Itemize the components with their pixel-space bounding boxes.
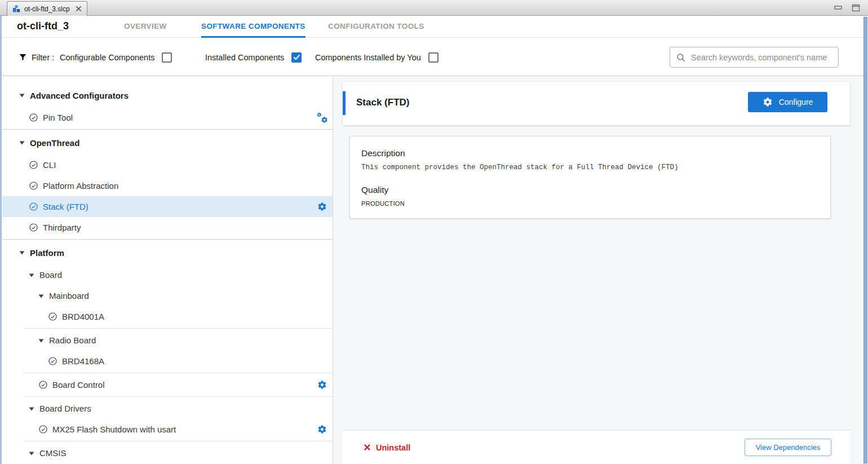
installed-check-icon xyxy=(38,380,48,390)
collapse-arrow-icon xyxy=(19,92,25,98)
tree-divider xyxy=(2,129,333,130)
tree-item-label: Advanced Configurators xyxy=(30,91,129,100)
configure-gear-icon[interactable] xyxy=(317,202,327,211)
installed-check-icon xyxy=(38,425,48,434)
tree-section-advanced-configurators[interactable]: Advanced Configurators xyxy=(2,83,333,107)
component-detail-panel: Stack (FTD) Configure Description This c… xyxy=(343,77,850,464)
component-title: Stack (FTD) xyxy=(356,97,409,108)
tab-overview[interactable]: OVERVIEW xyxy=(124,16,167,38)
tree-item-label: Board Control xyxy=(52,380,105,390)
checkbox-installed-components[interactable] xyxy=(291,52,302,63)
red-x-icon xyxy=(364,444,371,451)
tree-item-pin-tool[interactable]: Pin Tool xyxy=(2,107,333,128)
description-heading: Description xyxy=(361,148,819,158)
editor-tab[interactable]: ot-cli-ftd_3.slcp xyxy=(7,1,87,16)
configure-gear-icon[interactable] xyxy=(317,425,327,434)
vertical-scrollbar[interactable] xyxy=(863,17,867,463)
tab-close-icon[interactable] xyxy=(76,6,82,12)
tree-item-mainboard[interactable]: Mainboard xyxy=(2,285,333,306)
view-dependencies-button[interactable]: View Dependencies xyxy=(745,439,831,456)
search-box[interactable] xyxy=(670,47,839,68)
gear-icon xyxy=(763,97,773,107)
tree-item-platform-abstraction[interactable]: Platform Abstraction xyxy=(2,175,333,196)
pin-tool-gears-icon[interactable] xyxy=(317,112,328,123)
checkbox-installed-by-you[interactable] xyxy=(428,52,439,63)
tree-item-label: BRD4001A xyxy=(62,312,104,321)
tree-item-label: Pin Tool xyxy=(43,113,73,122)
collapse-arrow-icon xyxy=(29,272,34,278)
filter-label: Filter : xyxy=(32,53,54,62)
search-icon xyxy=(676,52,686,63)
tree-item-thirdparty[interactable]: Thirdparty xyxy=(2,217,333,238)
tree-section-openthread[interactable]: OpenThread xyxy=(2,131,333,154)
installed-check-icon xyxy=(29,223,38,232)
installed-check-icon xyxy=(29,113,38,122)
editor-tab-strip: ot-cli-ftd_3.slcp xyxy=(0,0,868,16)
filter-installed-components[interactable]: Installed Components xyxy=(205,38,302,76)
editor-tab-label: ot-cli-ftd_3.slcp xyxy=(24,5,70,13)
tree-item-mx25-flash-shutdown-with-usart[interactable]: MX25 Flash Shutdown with usart xyxy=(2,419,333,440)
tree-item-label: Stack (FTD) xyxy=(43,202,88,211)
tab-configuration-tools[interactable]: CONFIGURATION TOOLS xyxy=(328,16,424,38)
tree-item-label: Board xyxy=(39,270,62,280)
tree-item-label: MX25 Flash Shutdown with usart xyxy=(52,425,176,434)
tree-item-brd4168a[interactable]: BRD4168A xyxy=(2,351,333,372)
tree-item-label: CMSIS xyxy=(39,448,67,458)
view-tabs: OVERVIEWSOFTWARE COMPONENTSCONFIGURATION… xyxy=(2,16,865,37)
tab-software-components[interactable]: SOFTWARE COMPONENTS xyxy=(201,16,305,38)
project-header: ot-cli-ftd_3 OVERVIEWSOFTWARE COMPONENTS… xyxy=(2,16,865,38)
software-components-view: Advanced ConfiguratorsPin ToolOpenThread… xyxy=(2,77,865,464)
checkbox-configurable-components[interactable] xyxy=(162,52,172,63)
tree-item-label: Platform Abstraction xyxy=(43,181,118,191)
tree-item-label: Thirdparty xyxy=(43,223,81,232)
tree-item-cmsis[interactable]: CMSIS xyxy=(2,443,333,463)
filter-configurable-components[interactable]: Configurable Components xyxy=(60,38,172,76)
installed-check-icon xyxy=(29,160,38,170)
tree-divider xyxy=(24,328,333,329)
minimize-button[interactable] xyxy=(834,4,843,12)
configure-button[interactable]: Configure xyxy=(748,92,827,112)
filter-icon xyxy=(18,53,28,62)
maximize-button[interactable] xyxy=(852,4,860,12)
configure-gear-icon[interactable] xyxy=(317,380,327,390)
tree-item-board-drivers[interactable]: Board Drivers xyxy=(2,398,333,419)
collapse-arrow-icon xyxy=(38,293,44,299)
tree-section-platform[interactable]: Platform xyxy=(2,241,333,264)
left-edge-strip xyxy=(0,16,2,464)
uninstall-button[interactable]: Uninstall xyxy=(364,430,410,464)
collapse-arrow-icon xyxy=(19,140,25,145)
slcp-file-icon xyxy=(12,5,21,13)
collapse-arrow-icon xyxy=(29,450,34,456)
tree-item-board-control[interactable]: Board Control xyxy=(2,374,333,395)
tree-divider xyxy=(24,396,333,397)
tree-item-radio-board[interactable]: Radio Board xyxy=(2,330,333,351)
tree-item-label: BRD4168A xyxy=(62,356,104,366)
tree-divider xyxy=(24,441,333,441)
component-tree: Advanced ConfiguratorsPin ToolOpenThread… xyxy=(2,77,333,464)
collapse-arrow-icon xyxy=(19,250,25,255)
tree-item-label: Radio Board xyxy=(49,335,96,345)
quality-value: PRODUCTION xyxy=(361,200,819,207)
installed-check-icon xyxy=(29,181,38,191)
accent-bar xyxy=(343,91,346,115)
tree-item-cli[interactable]: CLI xyxy=(2,154,333,175)
tree-item-stack-ftd[interactable]: Stack (FTD) xyxy=(2,196,333,217)
tree-divider xyxy=(2,239,333,240)
search-input[interactable] xyxy=(691,53,832,62)
description-text: This component provides the OpenThread s… xyxy=(361,163,819,171)
installed-check-icon xyxy=(29,202,38,211)
component-detail-footer: Uninstall View Dependencies xyxy=(343,430,850,464)
tree-item-label: Platform xyxy=(30,248,64,258)
component-detail-header: Stack (FTD) Configure xyxy=(343,82,850,125)
tree-item-label: Mainboard xyxy=(49,291,89,301)
filter-installed-by-you[interactable]: Components Installed by You xyxy=(315,38,439,76)
filter-bar: Filter : Configurable Components Install… xyxy=(2,38,865,76)
tree-item-label: OpenThread xyxy=(30,138,79,148)
component-description-card: Description This component provides the … xyxy=(349,136,831,219)
installed-check-icon xyxy=(48,312,57,321)
quality-heading: Quality xyxy=(361,185,819,195)
tree-item-brd4001a[interactable]: BRD4001A xyxy=(2,306,333,327)
tree-item-board[interactable]: Board xyxy=(2,264,333,285)
uninstall-label: Uninstall xyxy=(376,443,410,452)
tree-divider xyxy=(24,373,333,373)
